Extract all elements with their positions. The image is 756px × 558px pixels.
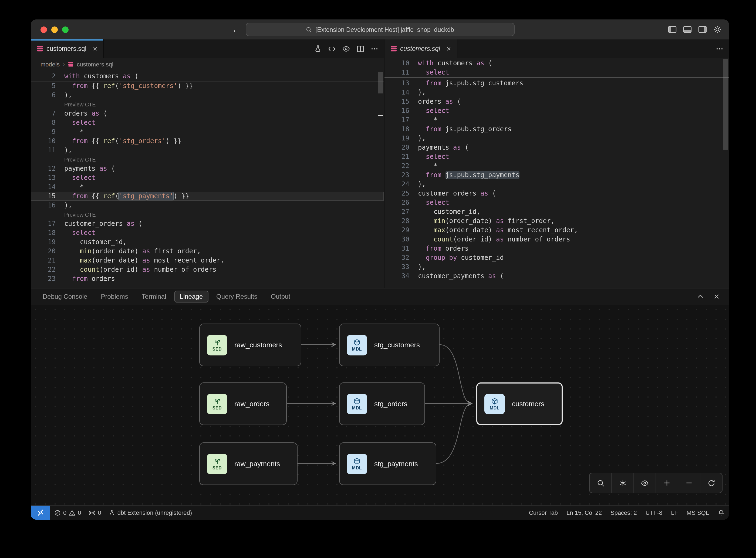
line-number[interactable]: 16 bbox=[385, 106, 418, 116]
line-number[interactable]: 13 bbox=[385, 79, 418, 88]
close-tab-icon[interactable]: × bbox=[93, 45, 97, 52]
line-number[interactable]: 17 bbox=[385, 116, 418, 125]
line-number[interactable]: 7 bbox=[31, 109, 64, 118]
toggle-sidebar-icon[interactable] bbox=[668, 26, 677, 33]
tab-customers-sql-left[interactable]: customers.sql × bbox=[31, 40, 104, 58]
code-line-24[interactable]: 24), bbox=[385, 180, 729, 189]
line-number[interactable]: 21 bbox=[31, 256, 64, 265]
code-line-18[interactable]: 18 select bbox=[31, 228, 384, 238]
line-number[interactable]: 11 bbox=[31, 146, 64, 155]
reset-refresh-icon[interactable] bbox=[700, 473, 722, 492]
line-number[interactable]: 32 bbox=[385, 253, 418, 262]
zoom-out-icon[interactable] bbox=[678, 473, 700, 492]
code-line-2[interactable]: 2with customers as ( bbox=[31, 72, 384, 81]
code-line-14[interactable]: 14), bbox=[385, 88, 729, 97]
line-number[interactable]: 22 bbox=[385, 161, 418, 171]
panel-tab-debug-console[interactable]: Debug Console bbox=[37, 290, 93, 303]
codelens-preview-cte[interactable]: Preview CTE bbox=[31, 155, 384, 164]
code-line-28[interactable]: 28 min(order_date) as first_order, bbox=[385, 217, 729, 226]
panel-tab-lineage[interactable]: Lineage bbox=[175, 290, 208, 303]
remote-indicator[interactable] bbox=[31, 506, 50, 519]
code-line-11[interactable]: 11), bbox=[31, 146, 384, 155]
cursor-tab-status[interactable]: Cursor Tab bbox=[525, 506, 562, 519]
line-number[interactable]: 25 bbox=[385, 189, 418, 198]
line-number[interactable]: 23 bbox=[31, 274, 64, 284]
lineage-node-stg_payments[interactable]: MDLstg_payments bbox=[339, 442, 436, 485]
lineage-node-raw_orders[interactable]: SEDraw_orders bbox=[199, 382, 287, 425]
code-line-10[interactable]: 10with customers as ( bbox=[385, 59, 729, 68]
panel-tab-terminal[interactable]: Terminal bbox=[136, 290, 172, 303]
line-number[interactable]: 15 bbox=[385, 97, 418, 106]
line-number[interactable]: 16 bbox=[31, 201, 64, 210]
line-number[interactable]: 5 bbox=[31, 81, 64, 91]
lineage-node-stg_customers[interactable]: MDLstg_customers bbox=[339, 324, 440, 366]
dbt-extension-status[interactable]: dbt Extension (unregistered) bbox=[105, 506, 196, 519]
encoding-status[interactable]: UTF-8 bbox=[641, 506, 667, 519]
line-number[interactable]: 30 bbox=[385, 235, 418, 244]
line-number[interactable]: 18 bbox=[31, 228, 64, 238]
eol-status[interactable]: LF bbox=[667, 506, 682, 519]
maximize-panel-chevron-icon[interactable] bbox=[697, 293, 704, 300]
line-number[interactable]: 10 bbox=[31, 137, 64, 146]
code-icon[interactable] bbox=[328, 45, 336, 53]
compiled-code-editor[interactable]: 10with customers as (11 select 13 from j… bbox=[385, 58, 729, 288]
code-line-19[interactable]: 19), bbox=[385, 134, 729, 143]
line-number[interactable]: 12 bbox=[31, 164, 64, 173]
code-line-11[interactable]: 11 select bbox=[385, 68, 729, 77]
code-line-23[interactable]: 23 from orders bbox=[31, 274, 384, 284]
more-actions-icon[interactable] bbox=[370, 45, 379, 53]
line-number[interactable]: 20 bbox=[385, 143, 418, 152]
code-line-9[interactable]: 9 * bbox=[31, 127, 384, 137]
split-editor-icon[interactable] bbox=[357, 45, 365, 53]
command-center-search[interactable]: [Extension Development Host] jaffle_shop… bbox=[245, 23, 514, 36]
code-line-25[interactable]: 25customer_orders as ( bbox=[385, 189, 729, 198]
toggle-secondary-sidebar-icon[interactable] bbox=[698, 26, 707, 33]
eye-icon[interactable] bbox=[342, 45, 350, 53]
panel-tab-problems[interactable]: Problems bbox=[95, 290, 133, 303]
lineage-node-raw_customers[interactable]: SEDraw_customers bbox=[199, 324, 301, 366]
panel-tab-output[interactable]: Output bbox=[265, 290, 296, 303]
lineage-node-customers[interactable]: MDLcustomers bbox=[476, 382, 563, 425]
toggle-panel-icon[interactable] bbox=[683, 26, 692, 33]
tab-customers-sql-right[interactable]: customers.sql × bbox=[385, 40, 458, 58]
code-line-13[interactable]: 13 select bbox=[31, 173, 384, 183]
code-line-31[interactable]: 31 from orders bbox=[385, 244, 729, 253]
code-line-26[interactable]: 26 select bbox=[385, 198, 729, 207]
fit-view-icon[interactable] bbox=[611, 473, 633, 492]
code-line-13[interactable]: 13 from js.pub.stg_customers bbox=[385, 79, 729, 88]
line-number[interactable]: 14 bbox=[385, 88, 418, 97]
back-icon[interactable]: ← bbox=[232, 20, 240, 40]
code-line-23[interactable]: 23 from js.pub.stg_payments bbox=[385, 171, 729, 180]
line-number[interactable]: 31 bbox=[385, 244, 418, 253]
eye-icon[interactable] bbox=[633, 473, 656, 492]
lineage-node-raw_payments[interactable]: SEDraw_payments bbox=[199, 442, 297, 485]
line-number[interactable]: 11 bbox=[385, 68, 418, 77]
line-number[interactable]: 26 bbox=[385, 198, 418, 207]
code-line-16[interactable]: 16), bbox=[31, 201, 384, 210]
code-line-22[interactable]: 22 count(order_id) as number_of_orders bbox=[31, 265, 384, 274]
close-tab-icon[interactable]: × bbox=[447, 45, 451, 52]
line-number[interactable]: 8 bbox=[31, 118, 64, 127]
scrollbar-thumb[interactable] bbox=[723, 59, 728, 150]
code-line-5[interactable]: 5 from {{ ref('stg_customers') }} bbox=[31, 81, 384, 91]
line-number[interactable]: 9 bbox=[31, 127, 64, 137]
lineage-node-stg_orders[interactable]: MDLstg_orders bbox=[339, 382, 425, 425]
breadcrumb-file[interactable]: customers.sql bbox=[77, 61, 113, 68]
code-line-7[interactable]: 7orders as ( bbox=[31, 109, 384, 118]
search-icon[interactable] bbox=[590, 473, 611, 492]
code-line-12[interactable]: 12payments as ( bbox=[31, 164, 384, 173]
panel-tab-query-results[interactable]: Query Results bbox=[211, 290, 263, 303]
code-line-21[interactable]: 21 select bbox=[385, 152, 729, 161]
code-line-20[interactable]: 20 min(order_date) as first_order, bbox=[31, 247, 384, 256]
lineage-graph-canvas[interactable]: SEDraw_customersMDLstg_customersSEDraw_o… bbox=[31, 305, 729, 505]
line-number[interactable]: 20 bbox=[31, 247, 64, 256]
notifications-bell-icon[interactable] bbox=[713, 506, 729, 519]
code-line-17[interactable]: 17customer_orders as ( bbox=[31, 219, 384, 228]
code-line-15[interactable]: 15 from {{ ref('stg_payments') }} bbox=[31, 192, 384, 201]
code-line-19[interactable]: 19 customer_id, bbox=[31, 238, 384, 247]
code-line-10[interactable]: 10 from {{ ref('stg_orders') }} bbox=[31, 137, 384, 146]
settings-gear-icon[interactable] bbox=[713, 25, 722, 33]
more-actions-icon[interactable] bbox=[715, 45, 724, 53]
line-number[interactable]: 13 bbox=[31, 173, 64, 183]
line-number[interactable]: 10 bbox=[385, 59, 418, 68]
